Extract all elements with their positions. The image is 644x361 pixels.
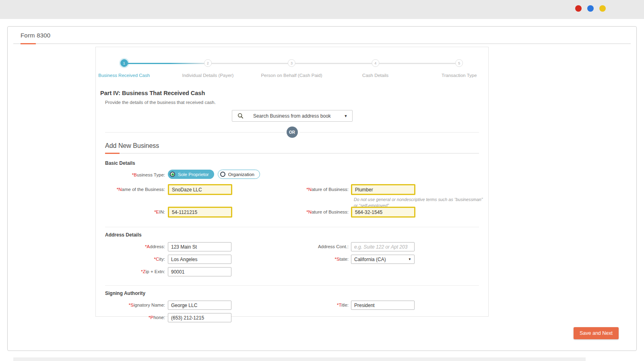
city-input[interactable] xyxy=(168,255,231,264)
step-cash-details[interactable]: 4 Cash Details xyxy=(362,59,388,78)
step-circle: 3 xyxy=(288,59,295,67)
address-cont-label: Address Cont.: xyxy=(257,244,349,249)
form-8300-card: Form 8300 1 Business Received Cash 2 Ind… xyxy=(7,26,637,351)
yellow-dot-icon[interactable] xyxy=(599,5,606,12)
step-circle: 5 xyxy=(455,59,463,67)
basic-details-heading: Basic Details xyxy=(105,160,488,166)
name-of-business-label: *Name of the Business: xyxy=(96,187,165,192)
section-divider xyxy=(105,227,479,227)
radio-label: Organization xyxy=(228,172,254,177)
save-and-next-button[interactable]: Save and Next xyxy=(574,327,619,339)
wizard-stepper: 1 Business Received Cash 2 Individual De… xyxy=(96,54,488,87)
name-of-business-input[interactable] xyxy=(168,184,232,195)
or-divider: OR xyxy=(105,132,479,133)
step-transaction-type[interactable]: 5 Transaction Type xyxy=(442,59,477,78)
ein-label: *EIN: xyxy=(96,210,165,214)
title-divider xyxy=(13,44,631,44)
title-label: *Title: xyxy=(257,303,349,307)
window-dots xyxy=(575,5,606,12)
chevron-down-icon: ▼ xyxy=(344,114,348,118)
nature-of-business-2-input[interactable] xyxy=(351,207,415,218)
step-business-received-cash[interactable]: 1 Business Received Cash xyxy=(98,59,150,78)
radio-selected-icon xyxy=(170,172,175,177)
signatory-name-input[interactable] xyxy=(168,301,231,310)
step-circle: 4 xyxy=(372,59,379,67)
blue-dot-icon[interactable] xyxy=(587,5,594,12)
step-label: Individual Details (Payer) xyxy=(182,73,233,78)
page-title: Form 8300 xyxy=(21,32,50,39)
radio-label: Sole Proprietor xyxy=(178,172,209,177)
red-dot-icon[interactable] xyxy=(575,5,582,12)
radio-unselected-icon xyxy=(220,172,225,177)
or-badge: OR xyxy=(287,127,298,138)
radio-organization[interactable]: Organization xyxy=(218,170,260,179)
add-new-business-heading: Add New Business xyxy=(105,142,479,149)
step-label: Person on Behalf (Cash Paid) xyxy=(261,73,322,78)
state-value: California (CA) xyxy=(354,257,386,262)
zip-input[interactable] xyxy=(168,267,231,276)
nature-of-business-2-label: *Nature of Business: xyxy=(257,210,349,214)
nature-of-business-input[interactable] xyxy=(351,184,415,195)
step-label: Transaction Type xyxy=(442,73,477,78)
step-circle: 2 xyxy=(204,59,212,67)
address-label: *Address: xyxy=(96,244,165,249)
step-label: Cash Details xyxy=(362,73,388,78)
signatory-name-label: *Signatory Name: xyxy=(96,303,165,307)
title-accent xyxy=(21,43,36,44)
state-select[interactable]: California (CA) ▼ xyxy=(351,255,415,264)
phone-label: *Phone: xyxy=(96,315,165,320)
address-input[interactable] xyxy=(168,242,231,251)
part-title: Part IV: Business That Received Cash xyxy=(100,90,488,96)
title-input[interactable] xyxy=(351,301,415,310)
step-individual-details[interactable]: 2 Individual Details (Payer) xyxy=(182,59,233,78)
step-circle: 1 xyxy=(120,59,128,67)
chevron-down-icon: ▼ xyxy=(408,257,411,261)
heading-accent xyxy=(105,153,120,154)
business-type-options: Sole Proprietor Organization xyxy=(168,170,260,179)
section-divider xyxy=(105,285,479,286)
ein-input[interactable] xyxy=(168,207,232,218)
bottom-strip xyxy=(13,357,586,361)
business-type-label: *Business Type: xyxy=(96,172,165,177)
address-cont-input[interactable] xyxy=(351,242,415,251)
zip-label: *Zip + Extn: xyxy=(96,269,165,274)
top-bar xyxy=(0,0,644,19)
step-person-on-behalf[interactable]: 3 Person on Behalf (Cash Paid) xyxy=(261,59,322,78)
nature-of-business-label: *Nature of Business: xyxy=(257,187,349,192)
address-details-heading: Address Details xyxy=(105,232,488,238)
city-label: *City: xyxy=(96,257,165,261)
signing-authority-heading: Signing Authority xyxy=(105,290,488,296)
wizard-panel: 1 Business Received Cash 2 Individual De… xyxy=(95,47,489,317)
search-icon xyxy=(237,113,244,119)
step-label: Business Received Cash xyxy=(98,73,150,78)
phone-input[interactable] xyxy=(168,313,231,322)
state-label: *State: xyxy=(257,257,349,261)
search-business-dropdown[interactable]: Search Business from address book ▼ xyxy=(232,110,353,122)
part-subtitle: Provide the details of the business that… xyxy=(105,100,488,105)
add-new-business-divider xyxy=(105,153,479,154)
search-label: Search Business from address book xyxy=(253,113,331,119)
radio-sole-proprietor[interactable]: Sole Proprietor xyxy=(168,170,214,179)
